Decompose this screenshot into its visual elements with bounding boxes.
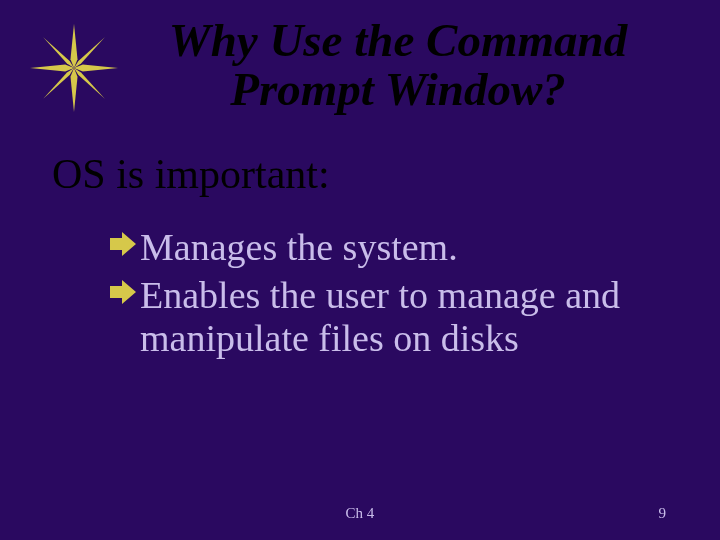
svg-marker-5 <box>74 68 105 99</box>
slide: Why Use the Command Prompt Window? OS is… <box>0 0 720 540</box>
arrow-right-icon <box>108 232 138 266</box>
bullet-item: Enables the user to manage and manipulat… <box>108 274 668 361</box>
starburst-icon <box>30 24 118 112</box>
bullet-text: Enables the user to manage and manipulat… <box>140 274 668 361</box>
slide-title: Why Use the Command Prompt Window? <box>118 16 678 115</box>
svg-marker-3 <box>74 64 118 71</box>
footer-chapter: Ch 4 <box>0 505 720 522</box>
bullet-list: Manages the system. Enables the user to … <box>108 226 668 365</box>
svg-marker-1 <box>70 68 77 112</box>
svg-marker-6 <box>74 37 105 68</box>
svg-marker-9 <box>110 280 136 304</box>
footer-page-number: 9 <box>659 505 667 522</box>
svg-marker-8 <box>110 232 136 256</box>
svg-marker-0 <box>70 24 77 68</box>
svg-marker-4 <box>43 37 74 68</box>
svg-marker-7 <box>43 68 74 99</box>
svg-marker-2 <box>30 64 74 71</box>
arrow-right-icon <box>108 280 138 314</box>
bullet-text: Manages the system. <box>140 226 458 270</box>
slide-subtitle: OS is important: <box>52 150 330 198</box>
bullet-item: Manages the system. <box>108 226 668 270</box>
